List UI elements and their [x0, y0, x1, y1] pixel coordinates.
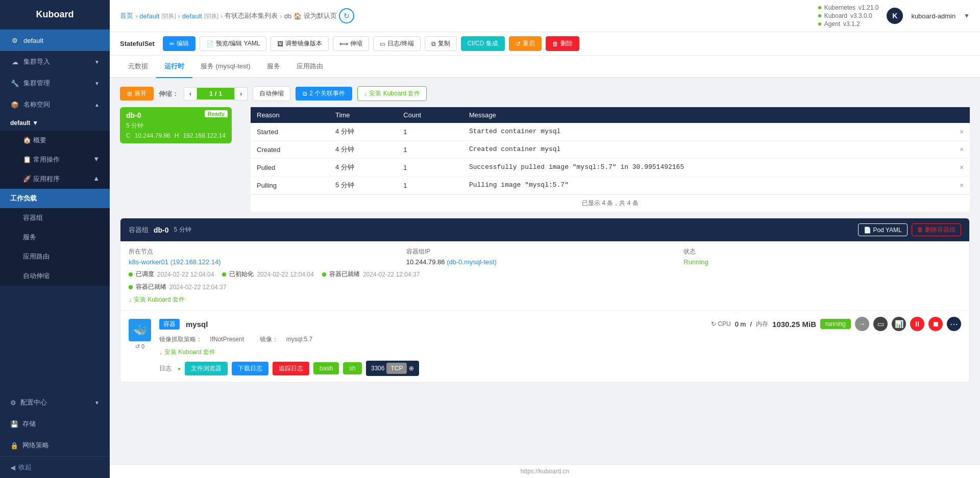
sidebar-item-common-ops[interactable]: 📋 常用操作 ▼ — [0, 150, 110, 169]
separator: / — [750, 320, 752, 328]
trace-log-button[interactable]: 追踪日志 — [273, 362, 309, 375]
user-name: kuboard-admin — [911, 12, 955, 20]
tab-service-mysql[interactable]: 服务 (mysql-test) — [192, 56, 259, 78]
collapse-icon: ◀ — [10, 464, 15, 471]
file-browse-button[interactable]: 文件浏览器 — [185, 362, 228, 375]
event-count-2: 1 — [397, 159, 463, 177]
tab-metadata[interactable]: 元数据 — [120, 56, 156, 78]
sidebar-item-service[interactable]: 服务 — [0, 228, 110, 247]
container-pause-button[interactable]: ⏸ — [910, 317, 924, 331]
log-status-dot: ● — [178, 366, 181, 371]
pod-yaml-button[interactable]: 📄 Pod YAML — [858, 223, 908, 236]
sidebar-item-workload[interactable]: 工作负载 — [0, 189, 110, 208]
version-kubernetes: Kubernetes v1.21.0 — [818, 4, 879, 11]
image-value: mysql:5.7 — [286, 336, 312, 343]
refresh-button[interactable]: ↻ — [339, 8, 354, 23]
events-button[interactable]: ⧉ 2 个关联事件 — [296, 87, 352, 100]
sidebar-item-overview[interactable]: 🏠 概要 — [0, 131, 110, 150]
breadcrumb-db: db — [284, 12, 291, 20]
kuboard-value: v3.3.0.0 — [850, 12, 872, 19]
container-info-button[interactable]: ▭ — [873, 317, 888, 331]
bash-button[interactable]: bash — [313, 362, 339, 374]
install-kuboard-button[interactable]: ↓ 安装 Kuboard 套件 — [357, 86, 427, 101]
cloud-icon: ☁ — [10, 57, 19, 66]
sh-button[interactable]: sh — [343, 362, 362, 374]
home-icon: 🏠 — [23, 136, 33, 144]
events-header-reason: Reason — [251, 107, 329, 123]
info-row-node: 所在节点 k8s-worker01 (192.168.122.14) 容器组IP… — [129, 247, 961, 266]
pod-card[interactable]: db-0 5 分钟 C 10.244.79.86 H 192.168.122.1… — [120, 107, 232, 143]
port-badge[interactable]: 3306 TCP ⊕ — [366, 361, 420, 376]
main-area: 首页 › default [切换] › default [切换] › 有状态副本… — [110, 0, 980, 478]
sidebar-item-default[interactable]: ⚙ default — [0, 30, 110, 51]
breadcrumb-set-default[interactable]: 设为默认页 — [304, 11, 337, 20]
events-table: Reason Time Count Message Started 4 分钟 1 — [251, 107, 970, 194]
download-log-button[interactable]: 下载日志 — [232, 362, 268, 375]
scale-next-button[interactable]: › — [234, 87, 248, 100]
svg-text:🐳: 🐳 — [133, 323, 148, 337]
container-status-area: ↻ CPU 0 m / 内存 1030.25 MiB running → ▭ 📊… — [711, 317, 961, 331]
conditions-row: 已调度 2024-02-22 12:04:04 已初始化 2024-02-22 … — [129, 270, 961, 279]
tab-services[interactable]: 服务 — [259, 56, 288, 78]
cpu-label: ↻ CPU — [711, 320, 731, 328]
chevron-down-user-icon[interactable]: ▼ — [964, 12, 970, 19]
container-stats-button[interactable]: 📊 — [892, 317, 906, 331]
sidebar-item-network-policy[interactable]: 🔒 网络策略 — [0, 435, 110, 456]
sidebar-collapse-button[interactable]: ◀ 收起 — [0, 456, 110, 478]
close-event-0-icon[interactable]: ✕ — [960, 128, 964, 136]
sidebar-item-app[interactable]: 🚀 应用程序 ▲ — [0, 169, 110, 189]
delete-container-button[interactable]: 🗑 删除容器组 — [912, 223, 961, 236]
events-header-count: Count — [397, 107, 463, 123]
log-terminal-button[interactable]: ▭ 日志/终端 — [373, 36, 420, 51]
preview-yaml-button[interactable]: 📄 预览/编辑 YAML — [200, 36, 266, 51]
sidebar-item-namespace[interactable]: 📦 名称空间 ▲ — [0, 94, 110, 115]
tab-runtime[interactable]: 运行时 — [156, 56, 192, 78]
close-event-1-icon[interactable]: ✕ — [960, 145, 964, 154]
terminal-action-button[interactable]: → — [855, 317, 869, 331]
gear-icon: ⚙ — [10, 36, 19, 45]
breadcrumb-tag2[interactable]: [切换] — [204, 12, 218, 20]
restart-button[interactable]: ↺ 重启 — [509, 36, 542, 51]
close-event-2-icon[interactable]: ✕ — [960, 163, 964, 171]
breadcrumb-default2[interactable]: default — [182, 12, 202, 20]
sidebar-item-auto-scale[interactable]: 自动伸缩 — [0, 266, 110, 286]
sidebar-namespace-section: default ▼ — [0, 115, 110, 131]
expand-button[interactable]: ⊞ 展开 — [120, 87, 154, 100]
breadcrumb-home[interactable]: 首页 — [120, 11, 133, 20]
sidebar-item-cluster-import[interactable]: ☁ 集群导入 ▼ — [0, 51, 110, 72]
condition-dot-scheduled — [129, 272, 133, 276]
breadcrumb-tag1[interactable]: [切换] — [161, 12, 176, 20]
sidebar: Kuboard ⚙ default ☁ 集群导入 ▼ 🔧 集群管理 ▼ 📦 名称… — [0, 0, 110, 478]
sidebar-item-storage[interactable]: 💾 存储 — [0, 413, 110, 435]
sidebar-item-cluster-mgmt[interactable]: 🔧 集群管理 ▼ — [0, 72, 110, 94]
auto-scale-button[interactable]: 自动伸缩 — [253, 86, 290, 101]
sidebar-item-container-group[interactable]: 容器组 — [0, 208, 110, 228]
delete-button[interactable]: 🗑 删除 — [546, 36, 579, 51]
close-event-3-icon[interactable]: ✕ — [960, 181, 964, 189]
settings-icon: 🔧 — [10, 79, 19, 88]
node-link[interactable]: k8s-worker01 (192.168.122.14) — [129, 258, 221, 266]
sidebar-namespace-name[interactable]: default ▼ — [10, 119, 100, 127]
install-kuboard-link[interactable]: ↓ 安装 Kuboard 套件 — [129, 295, 961, 304]
scale-button[interactable]: ⟺ 伸缩 — [333, 36, 369, 51]
box-icon: 📦 — [10, 100, 19, 109]
tab-app-routes[interactable]: 应用路由 — [288, 56, 331, 78]
scale-prev-button[interactable]: ‹ — [184, 87, 197, 100]
chevron-up-icon: ▲ — [94, 102, 100, 108]
container-group-title: 容器组 — [129, 225, 149, 235]
list-icon: 📋 — [23, 156, 33, 163]
cicd-button[interactable]: CI/CD 集成 — [461, 36, 505, 51]
container-stop-button[interactable]: ⏹ — [928, 317, 943, 331]
sidebar-item-app-route[interactable]: 应用路由 — [0, 247, 110, 266]
log-actions: 日志 ● 文件浏览器 下载日志 追踪日志 bash sh 3306 TCP ⊕ — [159, 361, 961, 376]
breadcrumb-default1[interactable]: default — [139, 12, 159, 20]
edit-button[interactable]: ✏ 编辑 — [163, 36, 195, 51]
sidebar-sub-overview[interactable]: 🏠 概要 📋 常用操作 ▼ 🚀 应用程序 ▲ — [0, 131, 110, 189]
events-header-message: Message — [463, 107, 970, 123]
scale-icon: ⟺ — [339, 40, 348, 47]
adjust-image-button[interactable]: 🖼 调整镜像版本 — [271, 36, 329, 51]
sidebar-item-config[interactable]: ⚙ 配置中心 ▼ — [0, 392, 110, 413]
container-install-link[interactable]: ↓ 安装 Kuboard 套件 — [159, 348, 961, 357]
container-more-button[interactable]: ⋯ — [947, 317, 961, 331]
copy-button[interactable]: ⧉ 复制 — [425, 36, 457, 51]
